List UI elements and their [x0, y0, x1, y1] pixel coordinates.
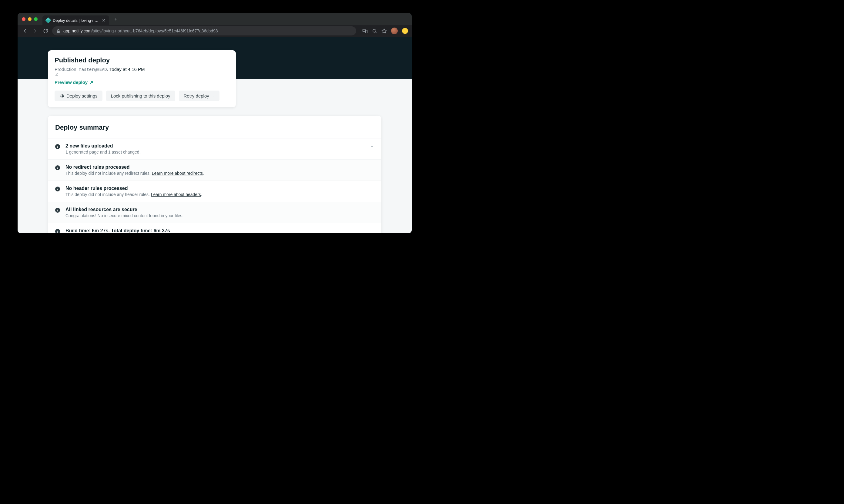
deploy-title: Published deploy [55, 56, 229, 64]
profile-avatar[interactable] [391, 28, 398, 34]
deploy-settings-button[interactable]: Deploy settings [55, 91, 102, 101]
caret-down-icon [212, 94, 214, 97]
summary-item-title: No redirect rules processed [66, 164, 374, 170]
address-bar[interactable]: app.netlify.com/sites/loving-northcutt-b… [52, 26, 356, 35]
browser-tab[interactable]: Deploy details | loving-northcu ✕ [42, 15, 109, 25]
summary-item-headers: i No header rules processed This deploy … [48, 181, 381, 202]
minimize-window-button[interactable] [28, 17, 32, 21]
summary-item-desc: Congratulations! No insecure mixed conte… [66, 213, 374, 218]
summary-item-desc: This deploy did not include any redirect… [66, 171, 374, 176]
browser-toolbar: app.netlify.com/sites/loving-northcutt-b… [18, 25, 412, 37]
deploy-time: . Today at 4:16 PM [107, 67, 145, 72]
titlebar: Deploy details | loving-northcu ✕ ＋ [18, 13, 412, 25]
deploy-summary-card: Deploy summary i 2 new files uploaded 1 … [48, 116, 381, 233]
devices-icon[interactable] [362, 28, 368, 34]
window-controls [22, 17, 38, 21]
info-icon: i [55, 186, 60, 192]
page-content: Published deploy Production: master@HEAD… [18, 37, 412, 233]
close-tab-button[interactable]: ✕ [102, 18, 105, 23]
info-icon: i [55, 208, 60, 213]
summary-item-files[interactable]: i 2 new files uploaded 1 generated page … [48, 139, 381, 160]
lock-publishing-button[interactable]: Lock publishing to this deploy [106, 91, 175, 101]
learn-more-headers-link[interactable]: Learn more about headers [151, 192, 201, 197]
info-icon: i [55, 144, 60, 149]
svg-marker-4 [382, 29, 386, 33]
close-window-button[interactable] [22, 17, 25, 21]
summary-item-title: All linked resources are secure [66, 207, 374, 212]
retry-deploy-button[interactable]: Retry deploy [179, 91, 220, 101]
summary-item-title: 2 new files uploaded [66, 143, 364, 149]
chevron-down-icon[interactable] [370, 144, 374, 149]
gear-icon [59, 94, 64, 98]
summary-item-redirects: i No redirect rules processed This deplo… [48, 160, 381, 181]
branch-ref: master@HEAD [79, 67, 107, 72]
info-icon: i [55, 165, 60, 170]
lock-icon [56, 29, 60, 33]
external-arrow-icon: ↗ [88, 80, 93, 85]
env-label: Production: [55, 67, 77, 72]
deploy-status-card: Published deploy Production: master@HEAD… [48, 50, 236, 107]
info-icon: i [55, 229, 60, 233]
bookmark-star-icon[interactable] [381, 28, 387, 34]
summary-item-desc: This deploy did not include any header r… [66, 192, 374, 197]
preview-deploy-link[interactable]: Preview deploy ↗ [55, 80, 93, 85]
url-text: app.netlify.com/sites/loving-northcutt-b… [63, 29, 218, 33]
search-icon[interactable] [372, 29, 377, 34]
toolbar-right [362, 28, 408, 34]
maximize-window-button[interactable] [34, 17, 38, 21]
forward-button[interactable] [32, 27, 39, 35]
deploy-meta: Production: master@HEAD. Today at 4:16 P… [55, 67, 229, 76]
summary-title: Deploy summary [48, 124, 381, 139]
summary-item-title: Build time: 6m 27s. Total deploy time: 6… [66, 228, 374, 233]
netlify-favicon-icon [45, 17, 51, 23]
reload-button[interactable] [42, 27, 49, 35]
summary-item-secure: i All linked resources are secure Congra… [48, 202, 381, 223]
learn-more-redirects-link[interactable]: Learn more about redirects [152, 171, 203, 176]
back-button[interactable] [21, 27, 29, 35]
summary-item-title: No header rules processed [66, 186, 374, 191]
summary-item-buildtime: i Build time: 6m 27s. Total deploy time:… [48, 223, 381, 233]
browser-window: Deploy details | loving-northcu ✕ ＋ app.… [18, 13, 412, 233]
extension-icon[interactable] [402, 28, 408, 34]
download-icon[interactable] [55, 72, 229, 76]
new-tab-button[interactable]: ＋ [114, 16, 118, 22]
summary-item-desc: 1 generated page and 1 asset changed. [66, 150, 364, 155]
tab-title: Deploy details | loving-northcu [53, 18, 100, 23]
svg-line-3 [375, 32, 377, 33]
deploy-actions: Deploy settings Lock publishing to this … [55, 91, 229, 101]
